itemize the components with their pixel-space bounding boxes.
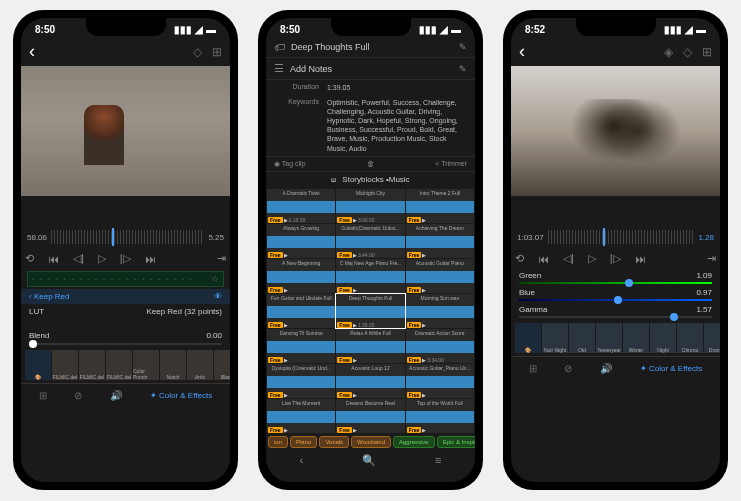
- music-track[interactable]: Relax A While Full Free ▶: [336, 329, 404, 363]
- notes-row[interactable]: ☰ Add Notes ✎: [266, 58, 475, 80]
- preset-strip[interactable]: 🎨 Noir NightOldYesteryearWinterNightChro…: [511, 320, 720, 356]
- nav-clips-icon[interactable]: ⊞: [39, 390, 47, 401]
- nav-audio-icon[interactable]: 🔊: [110, 390, 122, 401]
- play-icon[interactable]: ▷: [98, 252, 106, 265]
- preset-thumb[interactable]: Dronep: [704, 323, 720, 353]
- star-icon[interactable]: ☆: [211, 274, 219, 284]
- nav-clips-icon[interactable]: ⊞: [529, 363, 537, 374]
- timeline[interactable]: 1:03.07 1.28: [511, 226, 720, 248]
- step-back-icon[interactable]: ◁|: [73, 252, 84, 265]
- playhead[interactable]: [603, 228, 605, 246]
- color-slider-blue[interactable]: Blue0.97: [511, 286, 720, 303]
- track-play-icon[interactable]: ▶: [284, 322, 288, 328]
- preset-thumb[interactable]: FILMIC del: [79, 350, 105, 380]
- playhead[interactable]: [112, 228, 114, 246]
- nav-audio-icon[interactable]: 🔊: [600, 363, 612, 374]
- music-track[interactable]: A Dramatic Twist Free ▶ 2:18.00: [267, 189, 335, 223]
- track-play-icon[interactable]: ▶: [353, 322, 357, 328]
- tag-clip-button[interactable]: ◉ Tag clip: [274, 160, 306, 168]
- music-track[interactable]: Acoustic Guitar_Piano Un... Free ▶: [406, 364, 474, 398]
- header-icon[interactable]: ◈: [664, 45, 673, 59]
- header-icon[interactable]: ◇: [193, 45, 202, 59]
- color-slider-gamma[interactable]: Gamma1.57: [511, 303, 720, 320]
- video-preview[interactable]: [21, 66, 230, 196]
- category-chip[interactable]: Epic & Inspiring: [437, 436, 475, 448]
- music-track[interactable]: Intro Theme 2 Full Free ▶: [406, 189, 474, 223]
- nav-edit-icon[interactable]: ⊘: [564, 363, 572, 374]
- preset-thumb[interactable]: Black: [214, 350, 230, 380]
- edit-icon[interactable]: ✎: [459, 64, 467, 74]
- category-chip[interactable]: Woodwind: [351, 436, 391, 448]
- track-play-icon[interactable]: ▶: [422, 392, 426, 398]
- music-track[interactable]: Acoustic Guitar Piano Free ▶: [406, 259, 474, 293]
- track-play-icon[interactable]: ▶: [422, 252, 426, 258]
- timeline[interactable]: 58.06 5.25: [21, 226, 230, 248]
- color-slider-green[interactable]: Green1.09: [511, 269, 720, 286]
- track-play-icon[interactable]: ▶: [353, 357, 357, 363]
- effect-section[interactable]: ‹ Keep Red 👁: [21, 289, 230, 304]
- skip-back-icon[interactable]: ⏮: [538, 253, 549, 265]
- music-track[interactable]: Achieving The Dream Free ▶: [406, 224, 474, 258]
- track-play-icon[interactable]: ▶: [284, 427, 288, 433]
- music-track[interactable]: Fun Guitar and Ukulele Full Free ▶: [267, 294, 335, 328]
- trimmer-button[interactable]: < Trimmer: [435, 160, 467, 167]
- trash-icon[interactable]: 🗑: [367, 160, 374, 167]
- music-grid[interactable]: A Dramatic Twist Free ▶ 2:18.00 Midnight…: [266, 188, 475, 434]
- track-play-icon[interactable]: ▶: [284, 287, 288, 293]
- track-play-icon[interactable]: ▶: [284, 392, 288, 398]
- music-track[interactable]: Top of the World Full Free ▶: [406, 399, 474, 433]
- track-play-icon[interactable]: ▶: [422, 427, 426, 433]
- step-fwd-icon[interactable]: |▷: [120, 252, 131, 265]
- preset-thumb[interactable]: Night: [650, 323, 676, 353]
- nav-edit-icon[interactable]: ⊘: [74, 390, 82, 401]
- preset-thumb[interactable]: Chrono: [677, 323, 703, 353]
- video-preview[interactable]: [511, 66, 720, 196]
- music-source-header[interactable]: ⧇ Storyblocks •Music: [266, 172, 475, 188]
- track-play-icon[interactable]: ▶: [353, 252, 357, 258]
- track-play-icon[interactable]: ▶: [422, 322, 426, 328]
- preset-thumb[interactable]: Yesteryear: [596, 323, 622, 353]
- eye-icon[interactable]: 👁: [214, 292, 222, 301]
- preset-icon[interactable]: 🎨: [25, 350, 51, 380]
- loop-icon[interactable]: ⟲: [25, 252, 34, 265]
- preset-thumb[interactable]: FILMIC del: [106, 350, 132, 380]
- header-icon[interactable]: ⊞: [702, 45, 712, 59]
- music-track[interactable]: Morning Sun.wav Free ▶: [406, 294, 474, 328]
- music-track[interactable]: C Maj New Age Piano Fre... Free ▶: [336, 259, 404, 293]
- loop-icon[interactable]: ⟲: [515, 252, 524, 265]
- track-play-icon[interactable]: ▶: [353, 392, 357, 398]
- nav-color-effects[interactable]: ✦ Color & Effects: [640, 364, 702, 373]
- slider-thumb[interactable]: [670, 313, 678, 321]
- music-track[interactable]: Always Growing Free ▶: [267, 224, 335, 258]
- music-track[interactable]: A New Beginning Free ▶: [267, 259, 335, 293]
- track-play-icon[interactable]: ▶: [422, 357, 426, 363]
- category-row[interactable]: ionPianoVocalsWoodwindAggressiveEpic & I…: [266, 434, 475, 450]
- preset-thumb[interactable]: FILMIC del: [52, 350, 78, 380]
- track-play-icon[interactable]: ▶: [353, 287, 357, 293]
- preset-thumb[interactable]: Winter: [623, 323, 649, 353]
- audio-track[interactable]: · · · · · · · · · · · · · · · · · · · · …: [27, 271, 224, 287]
- music-track[interactable]: Dreams Become Real Free ▶: [336, 399, 404, 433]
- skip-back-icon[interactable]: ⏮: [48, 253, 59, 265]
- tag-row[interactable]: 🏷 Deep Thoughts Full ✎: [266, 37, 475, 58]
- music-track[interactable]: Goliath(Cinematic Dubst... Free ▶ 3:44.0…: [336, 224, 404, 258]
- lut-row[interactable]: LUT Keep Red (32 points): [21, 304, 230, 319]
- preset-thumb[interactable]: Artic: [187, 350, 213, 380]
- slider-thumb[interactable]: [29, 340, 37, 348]
- preset-icon[interactable]: 🎨: [515, 323, 541, 353]
- play-icon[interactable]: ▷: [588, 252, 596, 265]
- search-icon[interactable]: 🔍: [362, 454, 376, 467]
- blend-slider[interactable]: Blend 0.00: [21, 329, 230, 347]
- preset-strip[interactable]: 🎨 FILMIC delFILMIC delFILMIC delColor Pu…: [21, 347, 230, 383]
- category-chip[interactable]: Aggressive: [393, 436, 435, 448]
- menu-icon[interactable]: ≡: [435, 454, 441, 467]
- category-chip[interactable]: Piano: [290, 436, 317, 448]
- step-fwd-icon[interactable]: |▷: [610, 252, 621, 265]
- edit-icon[interactable]: ✎: [459, 42, 467, 52]
- export-icon[interactable]: ⇥: [217, 252, 226, 265]
- slider-thumb[interactable]: [614, 296, 622, 304]
- track-play-icon[interactable]: ▶: [284, 252, 288, 258]
- skip-fwd-icon[interactable]: ⏭: [635, 253, 646, 265]
- skip-fwd-icon[interactable]: ⏭: [145, 253, 156, 265]
- track-play-icon[interactable]: ▶: [284, 357, 288, 363]
